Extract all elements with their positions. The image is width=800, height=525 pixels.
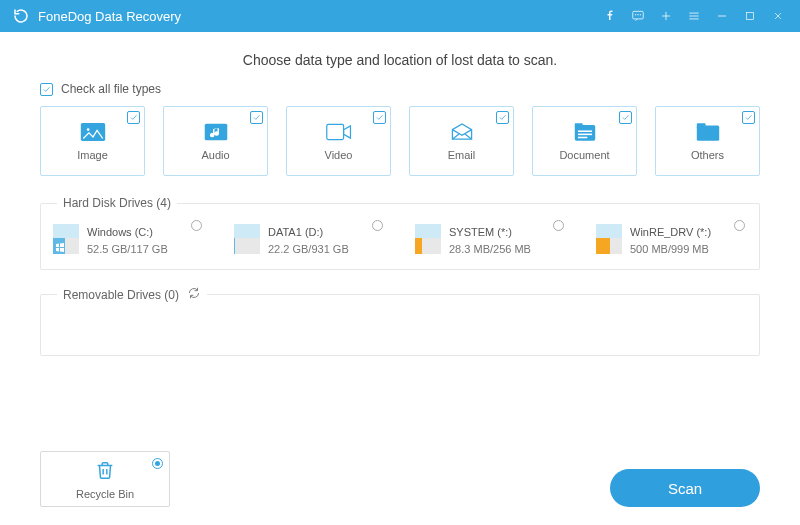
type-label: Image (77, 149, 108, 161)
audio-icon (202, 121, 230, 143)
menu-icon[interactable] (680, 0, 708, 32)
hard-disk-drives-section: Hard Disk Drives (4) Windows (C:)52.5 GB… (40, 196, 760, 270)
type-card-audio[interactable]: Audio (163, 106, 268, 176)
file-types-row: ImageAudioVideoEmailDocumentOthers (40, 106, 760, 176)
close-icon[interactable] (764, 0, 792, 32)
titlebar: FoneDog Data Recovery (0, 0, 800, 32)
svg-rect-13 (577, 137, 586, 139)
svg-point-3 (640, 15, 641, 16)
app-title: FoneDog Data Recovery (38, 9, 181, 24)
minimize-icon[interactable] (708, 0, 736, 32)
type-label: Email (448, 149, 476, 161)
type-card-document[interactable]: Document (532, 106, 637, 176)
removable-drives-section: Removable Drives (0) (40, 286, 760, 356)
add-icon[interactable] (652, 0, 680, 32)
drive-size: 22.2 GB/931 GB (268, 241, 349, 258)
recycle-bin-card[interactable]: Recycle Bin (40, 451, 170, 507)
checkbox-icon (496, 111, 509, 124)
type-label: Others (691, 149, 724, 161)
checkbox-icon (619, 111, 632, 124)
svg-rect-15 (696, 123, 705, 128)
checkbox-icon (127, 111, 140, 124)
feedback-icon[interactable] (624, 0, 652, 32)
facebook-icon[interactable] (596, 0, 624, 32)
type-label: Audio (201, 149, 229, 161)
hdd-legend: Hard Disk Drives (4) (57, 196, 177, 210)
drive-name: Windows (C:) (87, 224, 168, 241)
radio-icon (553, 220, 564, 231)
type-card-video[interactable]: Video (286, 106, 391, 176)
drive-item[interactable]: SYSTEM (*:)28.3 MB/256 MB (415, 224, 566, 257)
type-label: Video (325, 149, 353, 161)
image-icon (79, 121, 107, 143)
disk-icon (415, 224, 441, 254)
drive-name: DATA1 (D:) (268, 224, 349, 241)
app-logo-icon (12, 7, 30, 25)
scan-button[interactable]: Scan (610, 469, 760, 507)
svg-rect-8 (326, 124, 343, 139)
check-all-file-types[interactable]: Check all file types (40, 82, 760, 96)
radio-icon (191, 220, 202, 231)
drive-item[interactable]: WinRE_DRV (*:)500 MB/999 MB (596, 224, 747, 257)
type-label: Document (559, 149, 609, 161)
svg-rect-5 (80, 123, 104, 141)
recycle-bin-label: Recycle Bin (76, 488, 134, 500)
drive-size: 500 MB/999 MB (630, 241, 711, 258)
others-icon (694, 121, 722, 143)
svg-rect-12 (577, 134, 591, 136)
svg-point-2 (638, 15, 639, 16)
drive-size: 52.5 GB/117 GB (87, 241, 168, 258)
video-icon (325, 121, 353, 143)
check-all-label: Check all file types (61, 82, 161, 96)
document-icon (571, 121, 599, 143)
svg-rect-10 (574, 123, 582, 127)
svg-point-1 (635, 15, 636, 16)
radio-selected-icon (152, 458, 163, 469)
radio-icon (734, 220, 745, 231)
drive-size: 28.3 MB/256 MB (449, 241, 531, 258)
maximize-icon[interactable] (736, 0, 764, 32)
type-card-others[interactable]: Others (655, 106, 760, 176)
drive-name: SYSTEM (*:) (449, 224, 531, 241)
svg-rect-11 (577, 130, 591, 132)
type-card-email[interactable]: Email (409, 106, 514, 176)
disk-icon (234, 224, 260, 254)
refresh-icon[interactable] (187, 286, 201, 303)
disk-icon (596, 224, 622, 254)
drive-name: WinRE_DRV (*:) (630, 224, 711, 241)
checkbox-icon (373, 111, 386, 124)
email-icon (448, 121, 476, 143)
svg-rect-4 (747, 13, 754, 20)
radio-icon (372, 220, 383, 231)
checkbox-icon (742, 111, 755, 124)
drive-item[interactable]: Windows (C:)52.5 GB/117 GB (53, 224, 204, 257)
drive-item[interactable]: DATA1 (D:)22.2 GB/931 GB (234, 224, 385, 257)
checkbox-icon (40, 83, 53, 96)
page-heading: Choose data type and location of lost da… (40, 52, 760, 68)
checkbox-icon (250, 111, 263, 124)
svg-point-6 (86, 128, 90, 132)
disk-icon (53, 224, 79, 254)
removable-legend: Removable Drives (0) (63, 288, 179, 302)
trash-icon (94, 459, 116, 484)
type-card-image[interactable]: Image (40, 106, 145, 176)
